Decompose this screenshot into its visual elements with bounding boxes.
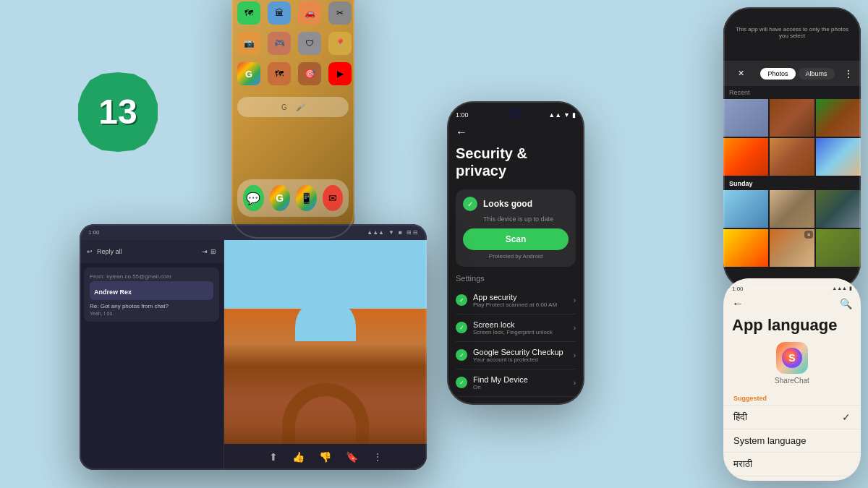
menu-button[interactable]: ⋮ xyxy=(843,68,854,80)
lang-nav-bar: ← 🔍 xyxy=(723,294,861,313)
close-button[interactable]: ✕ xyxy=(731,67,752,80)
dock-chrome[interactable]: G xyxy=(270,185,291,211)
app-icon-bank[interactable]: 🏛 xyxy=(268,1,291,25)
app-icon-game[interactable]: 🎮 xyxy=(268,32,291,55)
security-item-screen[interactable]: ✓ Screen lock Screen lock, Fingerprint u… xyxy=(456,314,576,342)
google-sec-icon: ✓ xyxy=(456,349,467,361)
photo-phone-notch xyxy=(786,13,799,26)
photo-cell-9[interactable] xyxy=(816,190,861,228)
email-address: kylean.co.55@gmail.com xyxy=(106,273,171,280)
tab-photos[interactable]: Photos xyxy=(760,68,795,80)
thumbsdown-icon[interactable]: 👎 xyxy=(319,451,331,463)
screen-lock-icon: ✓ xyxy=(456,322,467,333)
more-options-icon[interactable]: ⋮ xyxy=(373,451,383,463)
photo-cell-11[interactable]: ≡ xyxy=(770,229,814,267)
find-device-title: Find My Device xyxy=(473,375,528,384)
forward-icon[interactable]: ⇥ xyxy=(202,248,208,255)
security-title: Security & privacy xyxy=(456,145,576,179)
mic-icon[interactable]: 🎤 xyxy=(296,103,305,111)
photo-cell-3[interactable] xyxy=(816,99,861,137)
more-icon[interactable]: ⊞ xyxy=(210,248,216,255)
photo-cell-7[interactable] xyxy=(723,190,768,228)
security-item-google[interactable]: ✓ Google Security Checkup Your account i… xyxy=(456,342,576,369)
from-text: From xyxy=(90,273,103,280)
thumbsup-icon[interactable]: 👍 xyxy=(292,451,305,463)
email-main-content xyxy=(224,240,427,470)
tablet-wifi: ▼ xyxy=(388,229,394,236)
photo-tabs: Photos Albums xyxy=(760,68,834,80)
email-item-1[interactable]: From: kylean.co.55@gmail.com Andrew Rex … xyxy=(84,267,219,322)
toolbar-actions: ⇥ ⊞ xyxy=(202,248,216,255)
find-device-sub: On xyxy=(473,384,528,390)
photo-cell-10[interactable] xyxy=(723,229,768,267)
lang-suggested-label: Suggested xyxy=(723,392,861,405)
lang-back-button[interactable]: ← xyxy=(732,297,744,310)
tablet-bottom-bar: ⬆ 👍 👎 🔖 ⋮ xyxy=(224,444,427,470)
lang-item-system[interactable]: System language xyxy=(723,429,861,452)
lang-search-button[interactable]: 🔍 xyxy=(840,298,852,309)
tablet-content: ↩ Reply all ⇥ ⊞ From: kylean.co.55@gmail… xyxy=(80,240,427,470)
photo-cell-8[interactable] xyxy=(770,190,814,228)
screen-lock-text: Screen lock Screen lock, Fingerprint unl… xyxy=(473,320,553,335)
security-back-button[interactable]: ← xyxy=(456,126,576,139)
scan-button[interactable]: Scan xyxy=(463,228,569,250)
photo-cell-4[interactable] xyxy=(723,138,768,176)
photo-cell-1[interactable] xyxy=(723,99,768,137)
tablet-status-icons: ▲▲▲ ▼ ■ ⊞ ⊟ xyxy=(367,229,418,236)
search-bar[interactable]: G 🎤 xyxy=(237,97,349,117)
screen-lock-chevron: › xyxy=(574,324,576,332)
lang-item-hindi[interactable]: हिंदी ✓ xyxy=(723,405,861,429)
phone-language: 1:00 ▲▲▲ ▮ ← 🔍 App language S xyxy=(723,278,861,481)
dock-photos[interactable]: 📱 xyxy=(296,185,317,211)
tablet-menu-icons: ⊞ ⊟ xyxy=(407,229,418,236)
app-icon-g[interactable]: G xyxy=(237,62,260,85)
tablet-signal: ▲▲▲ xyxy=(367,229,384,236)
protected-text: Protected by Android xyxy=(463,253,569,260)
app-security-chevron: › xyxy=(574,296,576,304)
looks-good-header: ✓ Looks good xyxy=(463,197,569,211)
tab-albums[interactable]: Albums xyxy=(799,68,835,80)
dock-mail[interactable]: ✉ xyxy=(323,185,344,211)
photo-cell-5[interactable] xyxy=(770,138,814,176)
recent-section-label: Recent xyxy=(723,86,861,99)
photo-cell-12[interactable] xyxy=(816,229,861,267)
dock-messages[interactable]: 💬 xyxy=(243,185,264,211)
app-icon-maps[interactable]: 🗺 xyxy=(237,1,260,25)
app-icon-podcast[interactable]: 🎯 xyxy=(298,62,321,85)
lang-status-icons: ▲▲▲ ▮ xyxy=(832,286,852,291)
sharechat-icon: S xyxy=(776,342,808,374)
share-icon[interactable]: ⬆ xyxy=(269,451,278,463)
app-icon-location2[interactable]: 🗺 xyxy=(268,62,291,85)
security-time: 1:00 xyxy=(456,111,469,119)
photo-cell-6[interactable] xyxy=(816,138,861,176)
security-item-find[interactable]: ✓ Find My Device On › xyxy=(456,369,576,397)
google-sec-title: Google Security Checkup xyxy=(473,348,563,356)
security-item-find-left: ✓ Find My Device On xyxy=(456,375,528,390)
bookmark-icon[interactable]: 🔖 xyxy=(346,451,358,463)
app-icon-youtube[interactable]: ▶ xyxy=(328,62,352,85)
app-security-title: App security xyxy=(473,293,557,301)
lang-system-label: System language xyxy=(733,435,806,446)
sunday-section-label: Sunday xyxy=(723,176,861,190)
badge-shape: 13 xyxy=(78,72,158,152)
lang-item-marathi[interactable]: मराठी xyxy=(723,452,861,476)
app-icon-car[interactable]: 🚗 xyxy=(298,1,321,25)
wifi-sec: ▼ xyxy=(563,111,570,119)
screen-lock-title: Screen lock xyxy=(473,320,553,329)
security-item-app[interactable]: ✓ App security Play Protect scanned at 6… xyxy=(456,287,576,314)
battery-sec: ▮ xyxy=(572,111,576,119)
lang-app-icon-row: S ShareChat xyxy=(723,342,861,385)
app-security-sub: Play Protect scanned at 6:00 AM xyxy=(473,301,557,308)
app-icon-shield[interactable]: 🛡 xyxy=(298,32,321,55)
app-icon-camera[interactable]: 📷 xyxy=(237,32,260,55)
lang-item-bengali[interactable]: বাংলা xyxy=(723,476,861,481)
tablet-device: 1:00 ▲▲▲ ▼ ■ ⊞ ⊟ ↩ Reply all ⇥ ⊞ From: xyxy=(80,224,427,470)
app-icon-maps2[interactable]: 📍 xyxy=(328,32,352,55)
security-item-app-left: ✓ App security Play Protect scanned at 6… xyxy=(456,293,557,308)
sharechat-logo-svg: S xyxy=(781,347,803,369)
phone-security-notch xyxy=(509,107,522,120)
photo-cell-2[interactable] xyxy=(770,99,814,137)
app-icon-tools[interactable]: ✂ xyxy=(328,1,352,25)
app-grid: 🗺 🏛 🚗 ✂ 📷 🎮 🛡 📍 G 🗺 🎯 ▶ xyxy=(231,0,354,94)
lang-time: 1:00 xyxy=(732,286,744,292)
